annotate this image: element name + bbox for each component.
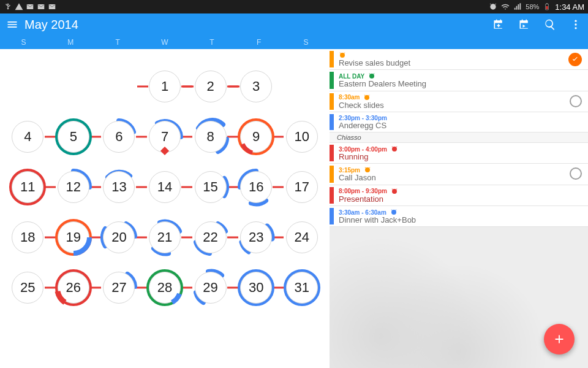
event-title: Presentation [339, 195, 398, 204]
color-stripe [330, 114, 334, 130]
battery-icon [543, 2, 551, 11]
weekday-label: T [94, 36, 141, 49]
event-time: 8:30am [339, 94, 384, 101]
day-cell[interactable]: 15 [195, 171, 227, 203]
weekday-label: W [141, 36, 189, 49]
day-cell[interactable]: 11 [12, 171, 43, 203]
day-cell[interactable]: 12 [58, 171, 89, 203]
page-title[interactable]: May 2014 [24, 18, 78, 32]
weekday-label: F [235, 36, 282, 49]
svg-rect-1 [546, 6, 548, 9]
weekday-label: S [0, 36, 47, 49]
day-cell[interactable]: 3 [240, 71, 272, 102]
app-bar: May 2014 [0, 13, 588, 36]
event-title: Call Jason [339, 174, 376, 182]
agenda-list[interactable]: Revise sales budgetALL DAY Eastern Deale… [330, 49, 588, 227]
event-title: Check slides [339, 101, 384, 110]
day-cell[interactable]: 18 [12, 221, 43, 253]
mail-icon [26, 2, 34, 11]
todo-circle[interactable] [570, 167, 582, 180]
agenda-header-strip [330, 36, 588, 49]
alarm-icon [489, 2, 497, 11]
event-title: Running [339, 153, 398, 161]
clock-label: 1:34 AM [555, 2, 584, 12]
day-cell[interactable]: 10 [286, 121, 318, 153]
day-cell[interactable]: 5 [58, 121, 89, 153]
event-title: Dinner with Jack+Bob [339, 216, 416, 224]
search-icon[interactable] [544, 18, 556, 31]
agenda-pane: Revise sales budgetALL DAY Eastern Deale… [330, 36, 588, 368]
agenda-item[interactable]: 3:00pm - 4:00pm Running [330, 143, 588, 164]
agenda-item[interactable]: ALL DAY Eastern Dealers Meeting [330, 70, 588, 91]
day-cell[interactable]: 31 [286, 272, 318, 304]
add-event-fab[interactable] [544, 324, 575, 355]
day-cell[interactable]: 14 [149, 171, 181, 203]
day-cell[interactable]: 16 [240, 171, 272, 203]
event-title: Anderegg CS [339, 121, 387, 130]
color-stripe [330, 93, 334, 110]
usb-icon [4, 2, 12, 11]
signal-icon [513, 2, 522, 11]
wifi-icon [501, 2, 510, 11]
color-stripe [330, 51, 334, 67]
svg-point-4 [575, 23, 576, 25]
day-cell[interactable]: 2 [195, 71, 227, 102]
svg-point-5 [575, 27, 576, 29]
day-cell[interactable]: 1 [149, 71, 181, 102]
event-time: 8:00pm - 9:30pm [339, 188, 398, 195]
battery-pct-label: 58% [526, 3, 539, 10]
mail-icon [37, 2, 45, 11]
day-cell[interactable]: 29 [195, 272, 227, 304]
day-cell[interactable]: 24 [286, 221, 318, 253]
weekday-label: M [47, 36, 94, 49]
agenda-item[interactable]: 8:00pm - 9:30pm Presentation [330, 185, 588, 206]
todo-circle[interactable] [570, 95, 582, 107]
agenda-item[interactable]: 3:15pm Call Jason [330, 164, 588, 185]
day-cell[interactable]: 23 [240, 221, 272, 253]
day-cell[interactable]: 30 [240, 272, 272, 304]
goto-today-icon[interactable] [518, 18, 530, 31]
day-cell[interactable]: 25 [12, 272, 43, 304]
weekday-label: T [188, 36, 235, 49]
mail-icon [48, 2, 56, 11]
agenda-item[interactable]: 3:30am - 6:30am Dinner with Jack+Bob [330, 206, 588, 227]
weekday-label: S [282, 36, 330, 49]
warning-icon [15, 2, 23, 11]
color-stripe [330, 208, 334, 224]
menu-icon[interactable] [6, 18, 18, 31]
calendar-pane: S M T W T F S 1 2 3 4 5 6 [0, 36, 330, 368]
svg-point-3 [575, 20, 576, 22]
day-cell[interactable]: 21 [149, 221, 181, 253]
color-stripe [330, 166, 334, 182]
agenda-item[interactable]: 2:30pm - 3:30pmAnderegg CS [330, 112, 588, 132]
weekday-header: S M T W T F S [0, 36, 330, 49]
agenda-item[interactable]: 8:30am Check slides [330, 91, 588, 112]
new-event-icon[interactable] [492, 18, 505, 31]
agenda-group-label: Chiasso [330, 132, 588, 143]
check-icon[interactable] [568, 53, 582, 66]
agenda-item[interactable]: Revise sales budget [330, 49, 588, 70]
event-title: Revise sales budget [339, 59, 410, 67]
color-stripe [330, 145, 334, 161]
overflow-icon[interactable] [570, 18, 582, 31]
android-status-bar: 58% 1:34 AM [0, 0, 588, 13]
day-cell[interactable]: 8 [195, 121, 227, 153]
day-cell[interactable]: 4 [12, 121, 43, 153]
event-title: Eastern Dealers Meeting [339, 80, 426, 88]
day-cell[interactable]: 22 [195, 221, 227, 253]
color-stripe [330, 187, 334, 204]
day-cell[interactable]: 17 [286, 171, 318, 203]
month-grid: 1 2 3 4 5 6 7 8 [0, 49, 330, 319]
color-stripe [330, 72, 334, 88]
svg-rect-2 [546, 4, 548, 4]
